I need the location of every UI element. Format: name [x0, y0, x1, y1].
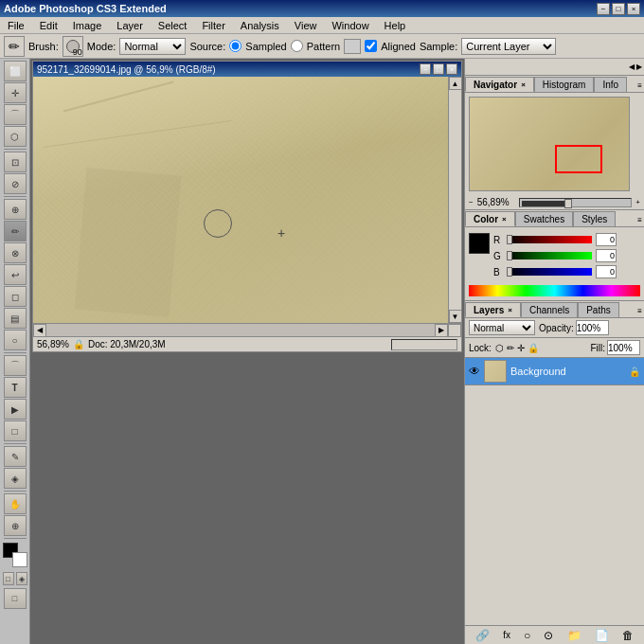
- navigator-tab-close[interactable]: ×: [521, 80, 526, 89]
- tab-histogram[interactable]: Histogram: [534, 77, 595, 92]
- menu-edit[interactable]: Edit: [36, 19, 62, 32]
- layer-visibility-toggle[interactable]: 👁: [469, 365, 480, 378]
- layer-mask-btn[interactable]: ○: [524, 629, 530, 642]
- red-thumb[interactable]: [507, 235, 512, 244]
- window-controls[interactable]: − □ ×: [597, 3, 640, 15]
- tool-move[interactable]: ✛: [4, 82, 27, 103]
- blue-slider[interactable]: [507, 268, 592, 276]
- scroll-left-arrow[interactable]: ◀: [33, 324, 46, 337]
- source-sampled-radio[interactable]: [229, 40, 242, 52]
- layer-delete-btn[interactable]: 🗑: [622, 629, 634, 642]
- tool-eyedropper[interactable]: ◈: [4, 468, 27, 489]
- minimize-button[interactable]: −: [597, 3, 610, 15]
- tool-notes[interactable]: ✎: [4, 446, 27, 467]
- layer-group-btn[interactable]: 📁: [567, 629, 581, 642]
- pattern-swatch[interactable]: [344, 39, 361, 54]
- menu-layer[interactable]: Layer: [113, 19, 147, 32]
- tab-navigator[interactable]: Navigator ×: [465, 77, 534, 92]
- tool-lasso[interactable]: ⌒: [4, 104, 27, 125]
- color-options[interactable]: ≡: [635, 214, 644, 226]
- zoom-out-icon[interactable]: −: [469, 198, 474, 206]
- layer-new-btn[interactable]: 📄: [595, 629, 609, 642]
- scroll-up-arrow[interactable]: ▲: [449, 77, 462, 90]
- navigator-options[interactable]: ≡: [635, 80, 644, 92]
- blue-value-input[interactable]: 0: [596, 265, 617, 278]
- screen-mode-btn[interactable]: □: [4, 588, 27, 609]
- canvas-title-buttons[interactable]: − □ ×: [420, 63, 457, 75]
- layer-fx-btn[interactable]: fx: [503, 630, 510, 640]
- zoom-slider[interactable]: [519, 198, 633, 207]
- tab-color[interactable]: Color ×: [465, 211, 515, 226]
- canvas-minimize[interactable]: −: [420, 63, 431, 75]
- lock-transparent-icon[interactable]: ⬡: [495, 343, 504, 353]
- fill-input[interactable]: [607, 340, 640, 355]
- menu-view[interactable]: View: [291, 19, 321, 32]
- red-value-input[interactable]: 0: [596, 233, 617, 246]
- scroll-indicator[interactable]: [391, 339, 457, 350]
- current-color-swatch[interactable]: [469, 233, 490, 254]
- tab-layers[interactable]: Layers ×: [465, 302, 521, 317]
- brush-preview[interactable]: 90: [63, 36, 83, 57]
- green-value-input[interactable]: 0: [596, 249, 617, 262]
- tool-history[interactable]: ↩: [4, 264, 27, 285]
- tool-shape[interactable]: □: [4, 420, 27, 441]
- green-thumb[interactable]: [507, 251, 512, 260]
- tool-quick-select[interactable]: ⬡: [4, 126, 27, 147]
- background-color[interactable]: [12, 552, 27, 567]
- tool-eraser[interactable]: ◻: [4, 286, 27, 307]
- panel-collapse-right[interactable]: ▶: [636, 63, 642, 71]
- tool-pen[interactable]: ⌒: [4, 355, 27, 376]
- layers-tab-close[interactable]: ×: [508, 306, 512, 314]
- lock-position-icon[interactable]: ✛: [517, 343, 525, 353]
- tab-styles[interactable]: Styles: [573, 211, 616, 226]
- blue-thumb[interactable]: [507, 267, 512, 277]
- tool-dodge[interactable]: ○: [4, 330, 27, 350]
- tab-info[interactable]: Info: [594, 77, 627, 92]
- tool-zoom[interactable]: ⊕: [4, 515, 27, 536]
- menu-help[interactable]: Help: [381, 19, 410, 32]
- layer-link-btn[interactable]: 🔗: [475, 629, 490, 642]
- tool-marquee[interactable]: ⬜: [4, 61, 27, 81]
- zoom-in-icon[interactable]: +: [635, 198, 640, 206]
- aligned-checkbox[interactable]: [365, 40, 377, 52]
- blend-mode-select[interactable]: Normal: [469, 320, 535, 335]
- opacity-input[interactable]: [576, 320, 609, 335]
- tool-clone[interactable]: ⊗: [4, 242, 27, 263]
- source-pattern-radio[interactable]: [291, 40, 303, 52]
- layer-background-row[interactable]: 👁 Background 🔒: [465, 358, 644, 385]
- tab-channels[interactable]: Channels: [521, 302, 578, 317]
- red-slider[interactable]: [507, 236, 592, 243]
- tool-path-select[interactable]: ▶: [4, 399, 27, 420]
- sample-select[interactable]: Current Layer: [461, 38, 556, 55]
- close-button[interactable]: ×: [627, 3, 640, 15]
- layers-options[interactable]: ≡: [635, 305, 644, 317]
- canvas-maximize[interactable]: □: [433, 63, 444, 75]
- menu-image[interactable]: Image: [69, 19, 106, 32]
- standard-mode-btn[interactable]: □: [3, 572, 14, 585]
- menu-select[interactable]: Select: [154, 19, 191, 32]
- tool-type[interactable]: T: [4, 377, 27, 398]
- panel-collapse-left[interactable]: ◀: [629, 63, 635, 71]
- mode-select[interactable]: Normal: [119, 38, 186, 55]
- tool-brush[interactable]: ✏: [4, 221, 27, 242]
- image-canvas[interactable]: +: [33, 77, 448, 323]
- tab-paths[interactable]: Paths: [578, 302, 619, 317]
- zoom-thumb[interactable]: [564, 199, 572, 208]
- layer-adj-btn[interactable]: ⊙: [544, 629, 553, 642]
- menu-window[interactable]: Window: [328, 19, 372, 32]
- tool-slice[interactable]: ⊘: [4, 173, 27, 194]
- menu-file[interactable]: File: [4, 19, 28, 32]
- tool-gradient[interactable]: ▤: [4, 308, 27, 329]
- color-tab-close[interactable]: ×: [502, 215, 507, 224]
- canvas-close[interactable]: ×: [446, 63, 457, 75]
- lock-pixels-icon[interactable]: ✏: [507, 343, 514, 353]
- menu-filter[interactable]: Filter: [198, 19, 228, 32]
- quick-mask-btn[interactable]: ◈: [16, 572, 27, 585]
- scroll-down-arrow[interactable]: ▼: [449, 310, 462, 323]
- lock-all-icon[interactable]: 🔒: [528, 343, 539, 353]
- color-spectrum-bar[interactable]: [469, 285, 640, 296]
- maximize-button[interactable]: □: [612, 3, 625, 15]
- tool-heal[interactable]: ⊕: [4, 199, 27, 220]
- tool-crop[interactable]: ⊡: [4, 152, 27, 172]
- fg-bg-colors[interactable]: [3, 543, 27, 567]
